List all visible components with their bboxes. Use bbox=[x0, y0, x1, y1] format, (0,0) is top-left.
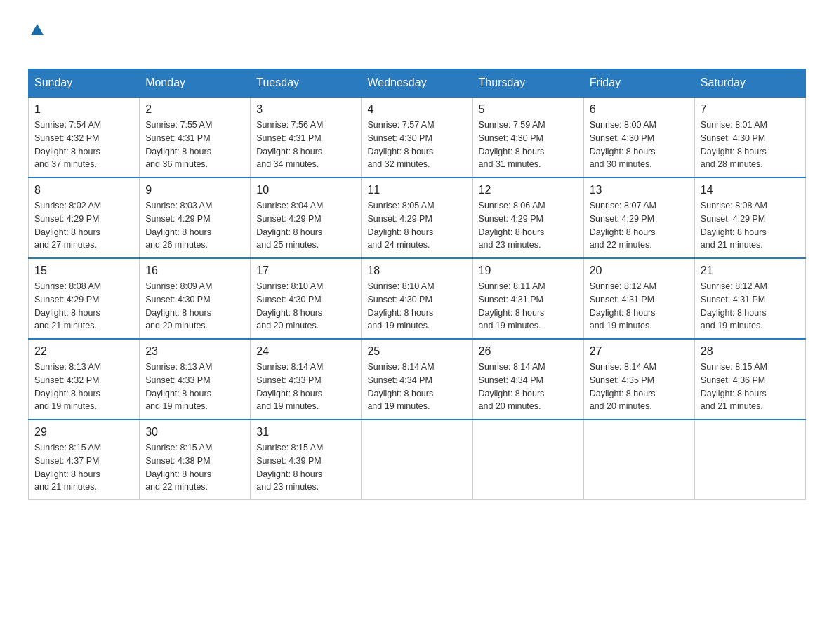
day-info: Sunrise: 7:59 AM Sunset: 4:30 PM Dayligh… bbox=[479, 119, 578, 171]
day-number: 12 bbox=[479, 184, 578, 196]
day-info: Sunrise: 8:00 AM Sunset: 4:30 PM Dayligh… bbox=[590, 119, 689, 171]
calendar-cell: 29 Sunrise: 8:15 AM Sunset: 4:37 PM Dayl… bbox=[29, 420, 140, 500]
day-info: Sunrise: 8:05 AM Sunset: 4:29 PM Dayligh… bbox=[367, 199, 466, 252]
header-tuesday: Tuesday bbox=[251, 69, 362, 98]
calendar-cell: 15 Sunrise: 8:08 AM Sunset: 4:29 PM Dayl… bbox=[29, 258, 140, 339]
day-info: Sunrise: 8:10 AM Sunset: 4:30 PM Dayligh… bbox=[256, 280, 355, 333]
day-info: Sunrise: 8:12 AM Sunset: 4:31 PM Dayligh… bbox=[701, 280, 800, 333]
calendar-cell bbox=[362, 420, 472, 500]
calendar-cell: 26 Sunrise: 8:14 AM Sunset: 4:34 PM Dayl… bbox=[472, 339, 583, 420]
day-info: Sunrise: 7:57 AM Sunset: 4:30 PM Dayligh… bbox=[367, 119, 466, 171]
day-number: 25 bbox=[367, 345, 466, 358]
day-number: 22 bbox=[34, 345, 133, 358]
calendar-cell: 25 Sunrise: 8:14 AM Sunset: 4:34 PM Dayl… bbox=[362, 339, 472, 420]
day-number: 27 bbox=[590, 345, 689, 358]
day-number: 8 bbox=[34, 184, 133, 196]
logo-triangle-icon bbox=[29, 22, 45, 36]
day-number: 29 bbox=[34, 426, 133, 438]
day-number: 15 bbox=[34, 264, 133, 277]
calendar-cell: 17 Sunrise: 8:10 AM Sunset: 4:30 PM Dayl… bbox=[251, 258, 362, 339]
day-info: Sunrise: 8:14 AM Sunset: 4:35 PM Dayligh… bbox=[590, 361, 689, 413]
calendar-cell: 9 Sunrise: 8:03 AM Sunset: 4:29 PM Dayli… bbox=[140, 177, 251, 258]
day-info: Sunrise: 8:13 AM Sunset: 4:33 PM Dayligh… bbox=[145, 361, 244, 413]
day-info: Sunrise: 8:08 AM Sunset: 4:29 PM Dayligh… bbox=[34, 280, 133, 333]
day-number: 30 bbox=[145, 426, 244, 438]
calendar-cell: 24 Sunrise: 8:14 AM Sunset: 4:33 PM Dayl… bbox=[251, 339, 362, 420]
calendar-cell: 21 Sunrise: 8:12 AM Sunset: 4:31 PM Dayl… bbox=[694, 258, 805, 339]
calendar-header-row: SundayMondayTuesdayWednesdayThursdayFrid… bbox=[29, 69, 806, 98]
day-number: 19 bbox=[479, 264, 578, 277]
day-info: Sunrise: 8:10 AM Sunset: 4:30 PM Dayligh… bbox=[367, 280, 466, 333]
calendar-cell: 20 Sunrise: 8:12 AM Sunset: 4:31 PM Dayl… bbox=[583, 258, 694, 339]
calendar-cell: 7 Sunrise: 8:01 AM Sunset: 4:30 PM Dayli… bbox=[694, 97, 805, 177]
header-saturday: Saturday bbox=[694, 69, 805, 98]
day-number: 11 bbox=[367, 184, 466, 196]
calendar-cell: 31 Sunrise: 8:15 AM Sunset: 4:39 PM Dayl… bbox=[251, 420, 362, 500]
calendar-cell: 12 Sunrise: 8:06 AM Sunset: 4:29 PM Dayl… bbox=[472, 177, 583, 258]
day-number: 14 bbox=[701, 184, 800, 196]
day-number: 28 bbox=[701, 345, 800, 358]
calendar-cell: 1 Sunrise: 7:54 AM Sunset: 4:32 PM Dayli… bbox=[29, 97, 140, 177]
day-number: 17 bbox=[256, 264, 355, 277]
day-number: 9 bbox=[145, 184, 244, 196]
calendar-cell bbox=[472, 420, 583, 500]
calendar-week-1: 1 Sunrise: 7:54 AM Sunset: 4:32 PM Dayli… bbox=[29, 97, 806, 177]
calendar-cell: 19 Sunrise: 8:11 AM Sunset: 4:31 PM Dayl… bbox=[472, 258, 583, 339]
calendar-cell: 11 Sunrise: 8:05 AM Sunset: 4:29 PM Dayl… bbox=[362, 177, 472, 258]
day-info: Sunrise: 7:55 AM Sunset: 4:31 PM Dayligh… bbox=[145, 119, 244, 171]
calendar-cell: 8 Sunrise: 8:02 AM Sunset: 4:29 PM Dayli… bbox=[29, 177, 140, 258]
day-number: 5 bbox=[479, 103, 578, 116]
calendar-week-5: 29 Sunrise: 8:15 AM Sunset: 4:37 PM Dayl… bbox=[29, 420, 806, 500]
header-thursday: Thursday bbox=[472, 69, 583, 98]
calendar-cell: 27 Sunrise: 8:14 AM Sunset: 4:35 PM Dayl… bbox=[583, 339, 694, 420]
day-number: 26 bbox=[479, 345, 578, 358]
calendar-cell: 2 Sunrise: 7:55 AM Sunset: 4:31 PM Dayli… bbox=[140, 97, 251, 177]
day-info: Sunrise: 8:14 AM Sunset: 4:33 PM Dayligh… bbox=[256, 361, 355, 413]
day-number: 23 bbox=[145, 345, 244, 358]
calendar-week-3: 15 Sunrise: 8:08 AM Sunset: 4:29 PM Dayl… bbox=[29, 258, 806, 339]
header-sunday: Sunday bbox=[29, 69, 140, 98]
day-info: Sunrise: 8:01 AM Sunset: 4:30 PM Dayligh… bbox=[701, 119, 800, 171]
day-number: 20 bbox=[590, 264, 689, 277]
day-info: Sunrise: 8:07 AM Sunset: 4:29 PM Dayligh… bbox=[590, 199, 689, 252]
calendar-cell bbox=[694, 420, 805, 500]
day-info: Sunrise: 8:14 AM Sunset: 4:34 PM Dayligh… bbox=[479, 361, 578, 413]
day-number: 31 bbox=[256, 426, 355, 438]
calendar-cell: 18 Sunrise: 8:10 AM Sunset: 4:30 PM Dayl… bbox=[362, 258, 472, 339]
day-number: 7 bbox=[701, 103, 800, 116]
day-info: Sunrise: 8:14 AM Sunset: 4:34 PM Dayligh… bbox=[367, 361, 466, 413]
day-number: 18 bbox=[367, 264, 466, 277]
day-info: Sunrise: 8:11 AM Sunset: 4:31 PM Dayligh… bbox=[479, 280, 578, 333]
day-info: Sunrise: 8:06 AM Sunset: 4:29 PM Dayligh… bbox=[479, 199, 578, 252]
day-info: Sunrise: 8:09 AM Sunset: 4:30 PM Dayligh… bbox=[145, 280, 244, 333]
day-number: 24 bbox=[256, 345, 355, 358]
calendar-cell: 3 Sunrise: 7:56 AM Sunset: 4:31 PM Dayli… bbox=[251, 97, 362, 177]
day-info: Sunrise: 8:08 AM Sunset: 4:29 PM Dayligh… bbox=[701, 199, 800, 252]
header-friday: Friday bbox=[583, 69, 694, 98]
day-number: 1 bbox=[34, 103, 133, 116]
day-info: Sunrise: 8:15 AM Sunset: 4:38 PM Dayligh… bbox=[145, 441, 244, 494]
day-number: 2 bbox=[145, 103, 244, 116]
day-info: Sunrise: 8:15 AM Sunset: 4:36 PM Dayligh… bbox=[701, 361, 800, 413]
day-info: Sunrise: 8:15 AM Sunset: 4:37 PM Dayligh… bbox=[34, 441, 133, 494]
day-info: Sunrise: 8:04 AM Sunset: 4:29 PM Dayligh… bbox=[256, 199, 355, 252]
day-info: Sunrise: 7:56 AM Sunset: 4:31 PM Dayligh… bbox=[256, 119, 355, 171]
day-number: 3 bbox=[256, 103, 355, 116]
day-number: 16 bbox=[145, 264, 244, 277]
calendar-cell: 10 Sunrise: 8:04 AM Sunset: 4:29 PM Dayl… bbox=[251, 177, 362, 258]
day-number: 13 bbox=[590, 184, 689, 196]
day-info: Sunrise: 8:13 AM Sunset: 4:32 PM Dayligh… bbox=[34, 361, 133, 413]
day-info: Sunrise: 8:02 AM Sunset: 4:29 PM Dayligh… bbox=[34, 199, 133, 252]
calendar-cell: 4 Sunrise: 7:57 AM Sunset: 4:30 PM Dayli… bbox=[362, 97, 472, 177]
calendar-cell: 5 Sunrise: 7:59 AM Sunset: 4:30 PM Dayli… bbox=[472, 97, 583, 177]
calendar-table: SundayMondayTuesdayWednesdayThursdayFrid… bbox=[28, 69, 806, 500]
day-number: 21 bbox=[701, 264, 800, 277]
svg-marker-0 bbox=[31, 24, 44, 35]
header-monday: Monday bbox=[140, 69, 251, 98]
page-header bbox=[28, 21, 806, 55]
day-number: 6 bbox=[590, 103, 689, 116]
day-number: 10 bbox=[256, 184, 355, 196]
calendar-cell: 13 Sunrise: 8:07 AM Sunset: 4:29 PM Dayl… bbox=[583, 177, 694, 258]
calendar-cell: 16 Sunrise: 8:09 AM Sunset: 4:30 PM Dayl… bbox=[140, 258, 251, 339]
day-info: Sunrise: 8:12 AM Sunset: 4:31 PM Dayligh… bbox=[590, 280, 689, 333]
